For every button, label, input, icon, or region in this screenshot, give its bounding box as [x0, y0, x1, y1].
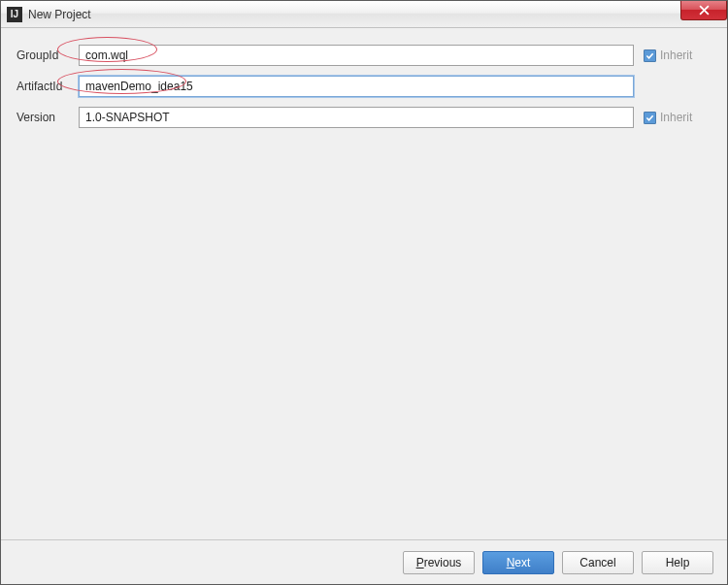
artifactid-row: ArtifactId — [17, 75, 711, 98]
groupid-input[interactable] — [79, 45, 634, 66]
close-icon — [699, 5, 710, 16]
groupid-inherit: Inherit — [644, 49, 711, 62]
next-button[interactable]: Next — [482, 551, 554, 574]
window-title: New Project — [28, 8, 91, 21]
groupid-inherit-checkbox[interactable] — [644, 49, 656, 62]
groupid-inherit-label: Inherit — [660, 49, 692, 62]
version-input[interactable] — [79, 107, 634, 128]
version-row: Version Inherit — [17, 106, 711, 129]
dialog-footer: Previous Next Cancel Help — [1, 539, 727, 584]
previous-button[interactable]: Previous — [403, 551, 475, 574]
dialog-content: GroupId Inherit ArtifactId Version — [1, 28, 727, 539]
version-inherit: Inherit — [644, 111, 711, 124]
app-icon: IJ — [7, 7, 22, 22]
version-inherit-label: Inherit — [660, 111, 692, 124]
help-button[interactable]: Help — [642, 551, 713, 574]
check-icon — [645, 51, 654, 60]
artifactid-label: ArtifactId — [17, 80, 79, 93]
groupid-label: GroupId — [17, 49, 79, 62]
cancel-button[interactable]: Cancel — [562, 551, 634, 574]
version-inherit-checkbox[interactable] — [644, 112, 656, 124]
check-icon — [645, 114, 654, 122]
groupid-row: GroupId Inherit — [17, 44, 711, 67]
titlebar: IJ New Project — [1, 1, 727, 28]
artifactid-input[interactable] — [79, 76, 634, 97]
version-label: Version — [17, 111, 79, 124]
close-button[interactable] — [680, 1, 727, 20]
new-project-dialog: IJ New Project GroupId Inherit — [0, 0, 728, 585]
